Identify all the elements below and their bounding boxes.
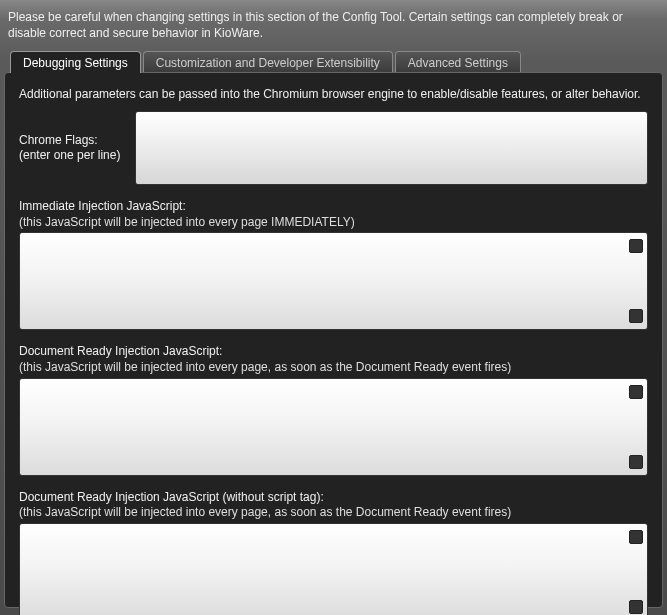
tab-advanced-settings[interactable]: Advanced Settings bbox=[395, 51, 521, 73]
debugging-settings-panel: Additional parameters can be passed into… bbox=[4, 72, 663, 608]
document-ready-injection-editor[interactable] bbox=[20, 379, 625, 475]
document-ready-injection-section: Document Ready Injection JavaScript: (th… bbox=[19, 344, 648, 475]
document-ready-injection-sub: (this JavaScript will be injected into e… bbox=[19, 360, 648, 376]
document-ready-notag-sub: (this JavaScript will be injected into e… bbox=[19, 505, 648, 521]
panel-intro-text: Additional parameters can be passed into… bbox=[19, 87, 648, 101]
tab-customization-extensibility[interactable]: Customization and Developer Extensibilit… bbox=[143, 51, 393, 73]
document-ready-injection-editor-wrap bbox=[19, 378, 648, 476]
chrome-flags-input[interactable] bbox=[135, 111, 648, 185]
immediate-injection-title: Immediate Injection JavaScript: bbox=[19, 199, 648, 215]
scroll-down-button[interactable] bbox=[629, 455, 643, 469]
scroll-up-button[interactable] bbox=[629, 385, 643, 399]
document-ready-notag-editor[interactable] bbox=[20, 524, 625, 615]
chrome-flags-label: Chrome Flags: (enter one per line) bbox=[19, 133, 129, 164]
document-ready-notag-editor-wrap bbox=[19, 523, 648, 615]
scroll-down-button[interactable] bbox=[629, 309, 643, 323]
immediate-injection-editor[interactable] bbox=[20, 233, 625, 329]
tab-debugging-settings[interactable]: Debugging Settings bbox=[10, 51, 141, 73]
document-ready-notag-section: Document Ready Injection JavaScript (wit… bbox=[19, 490, 648, 615]
immediate-injection-section: Immediate Injection JavaScript: (this Ja… bbox=[19, 199, 648, 330]
config-warning-text: Please be careful when changing settings… bbox=[0, 0, 667, 51]
tab-strip: Debugging Settings Customization and Dev… bbox=[0, 51, 667, 73]
scroll-up-button[interactable] bbox=[629, 239, 643, 253]
document-ready-injection-title: Document Ready Injection JavaScript: bbox=[19, 344, 648, 360]
scroll-down-button[interactable] bbox=[629, 600, 643, 614]
immediate-injection-editor-wrap bbox=[19, 232, 648, 330]
document-ready-notag-title: Document Ready Injection JavaScript (wit… bbox=[19, 490, 648, 506]
scroll-up-button[interactable] bbox=[629, 530, 643, 544]
chrome-flags-row: Chrome Flags: (enter one per line) bbox=[19, 111, 648, 185]
immediate-injection-sub: (this JavaScript will be injected into e… bbox=[19, 215, 648, 231]
